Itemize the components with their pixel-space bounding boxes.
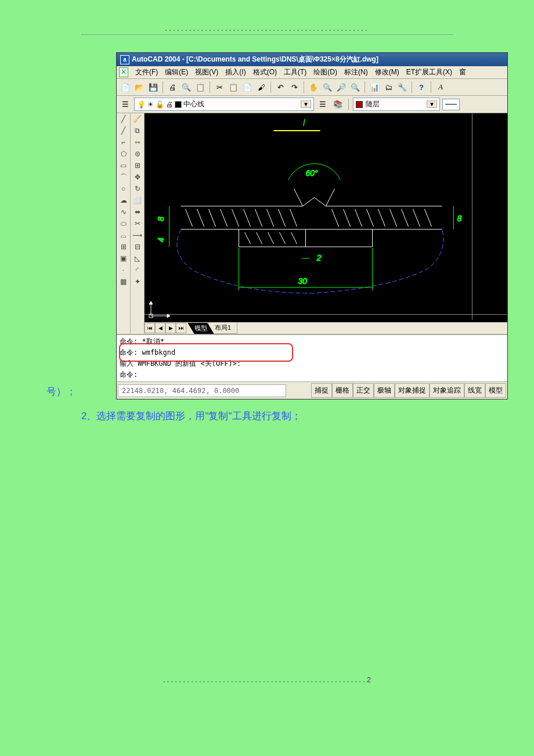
- lwt-button[interactable]: 线宽: [464, 383, 485, 398]
- polygon-icon[interactable]: ⬠: [117, 148, 130, 160]
- otrack-button[interactable]: 对象追踪: [430, 383, 464, 398]
- mirror-icon[interactable]: ⇿: [131, 136, 144, 148]
- match-icon[interactable]: 🖌: [255, 81, 268, 93]
- rectangle-icon[interactable]: ▭: [117, 160, 130, 171]
- crosshair-horizontal: [145, 314, 507, 315]
- osnap-button[interactable]: 对象捕捉: [395, 383, 430, 398]
- svg-text:8: 8: [457, 214, 462, 223]
- layer-manager-icon[interactable]: ☰: [119, 98, 132, 111]
- ellipse-arc-icon[interactable]: ⌓: [117, 229, 130, 241]
- svg-line-10: [255, 209, 262, 226]
- snap-button[interactable]: 捕捉: [311, 383, 332, 398]
- erase-icon[interactable]: 🧹: [131, 113, 144, 125]
- new-icon[interactable]: 📄: [119, 81, 132, 93]
- zoom-win-icon[interactable]: 🔎: [335, 81, 348, 93]
- svg-text:30: 30: [298, 276, 308, 286]
- command-window[interactable]: 命令: *取消* 命令: wmfbkgnd 输入 WMFBKGND 的新值 <关…: [117, 334, 507, 381]
- model-button[interactable]: 模型: [485, 383, 506, 398]
- break-icon[interactable]: ⊟: [131, 241, 144, 253]
- menu-draw[interactable]: 绘图(D): [313, 67, 337, 77]
- array-icon[interactable]: ⊞: [131, 160, 144, 171]
- window-title-bar: a AutoCAD 2004 - [C:\Documents and Setti…: [117, 53, 507, 66]
- paste-icon[interactable]: 📄: [241, 81, 254, 93]
- layer-prev-icon[interactable]: ☰: [316, 98, 329, 111]
- tool-palette-icon[interactable]: 🔧: [396, 81, 409, 93]
- menu-file[interactable]: 文件(F): [135, 67, 158, 77]
- tab-prev-icon[interactable]: ◀: [155, 323, 165, 333]
- text-fragment-before: 号）；: [46, 385, 76, 398]
- svg-line-26: [280, 232, 286, 244]
- print-icon[interactable]: 🖨: [166, 81, 179, 93]
- menu-tools[interactable]: 工具(T): [284, 67, 306, 77]
- ellipse-icon[interactable]: ⬭: [117, 218, 130, 229]
- xline-icon[interactable]: ╱: [117, 125, 130, 136]
- tab-next-icon[interactable]: ▶: [165, 323, 176, 333]
- draw-toolbar: ╱ ╱ ⌐ ⬠ ▭ ⌒ ○ ☁ ∿ ⬭ ⌓ ⊞ ▣: [117, 113, 131, 334]
- menu-format[interactable]: 格式(O): [253, 67, 277, 77]
- menu-dim[interactable]: 标注(N): [344, 67, 368, 77]
- menu-bar[interactable]: ✕ 文件(F) 编辑(E) 视图(V) 插入(I) 格式(O) 工具(T) 绘图…: [117, 66, 507, 79]
- menu-et-ext[interactable]: ET扩展工具(X): [406, 67, 452, 77]
- menu-edit[interactable]: 编辑(E): [165, 67, 188, 77]
- cmd-line-4: 命令:: [118, 369, 506, 380]
- properties-icon[interactable]: 📊: [368, 81, 381, 93]
- stretch-icon[interactable]: ⬌: [131, 206, 144, 218]
- copy-icon[interactable]: 📋: [227, 81, 240, 93]
- tab-last-icon[interactable]: ⏭: [176, 323, 186, 333]
- text-style-icon[interactable]: A: [434, 81, 447, 93]
- menu-insert[interactable]: 插入(I): [225, 67, 246, 77]
- grid-button[interactable]: 栅格: [332, 383, 353, 398]
- help-icon[interactable]: ?: [415, 81, 428, 93]
- insert-icon[interactable]: ⊞: [117, 241, 130, 253]
- cmd-line-2: 命令: wmfbkgnd: [118, 347, 506, 358]
- chamfer-icon[interactable]: ◺: [131, 253, 144, 264]
- preview-icon[interactable]: 🔍: [180, 81, 193, 93]
- app-icon: a: [120, 55, 129, 64]
- cut-icon[interactable]: ✂: [213, 81, 226, 93]
- block-icon[interactable]: ▣: [117, 253, 130, 264]
- explode-icon[interactable]: ✦: [131, 276, 144, 287]
- rotate-icon[interactable]: ↻: [131, 183, 144, 195]
- scale-icon[interactable]: ⬜: [131, 195, 144, 206]
- menu-window[interactable]: 窗: [459, 67, 466, 77]
- polar-button[interactable]: 极轴: [374, 383, 395, 398]
- svg-line-23: [245, 232, 251, 244]
- layout-tabs: ⏮ ◀ ▶ ⏭ 模型 布局1: [145, 322, 507, 334]
- pan-icon[interactable]: ✋: [307, 81, 320, 93]
- copy-obj-icon[interactable]: ⧉: [131, 125, 144, 136]
- zoom-prev-icon[interactable]: 🔍: [349, 81, 362, 93]
- arc-icon[interactable]: ⌒: [117, 171, 130, 183]
- spline-icon[interactable]: ∿: [117, 206, 130, 218]
- offset-icon[interactable]: ⊜: [131, 148, 144, 160]
- publish-icon[interactable]: 📋: [194, 81, 207, 93]
- ortho-button[interactable]: 正交: [353, 383, 374, 398]
- design-center-icon[interactable]: 🗂: [382, 81, 395, 93]
- ucs-icon: [148, 301, 171, 320]
- pline-icon[interactable]: ⌐: [117, 136, 130, 148]
- undo-icon[interactable]: ↶: [274, 81, 287, 93]
- zoom-rt-icon[interactable]: 🔍: [321, 81, 334, 93]
- line-icon[interactable]: ╱: [117, 113, 130, 125]
- layer-states-icon[interactable]: 📚: [331, 98, 344, 111]
- fillet-icon[interactable]: ◜: [131, 264, 144, 276]
- menu-modify[interactable]: 修改(M): [375, 67, 399, 77]
- open-icon[interactable]: 📂: [133, 81, 146, 93]
- layer-dropdown[interactable]: 💡 ☀ 🔓 🖨 中心线 ▼: [134, 98, 314, 111]
- trim-icon[interactable]: ✂: [131, 218, 144, 229]
- linetype-dropdown[interactable]: [442, 99, 460, 110]
- redo-icon[interactable]: ↷: [288, 81, 301, 93]
- tab-first-icon[interactable]: ⏮: [145, 323, 155, 333]
- color-dropdown[interactable]: 随层 ▼: [353, 98, 440, 111]
- color-swatch: [356, 101, 363, 108]
- hatch-icon[interactable]: ▦: [117, 276, 130, 287]
- save-icon[interactable]: 💾: [147, 81, 160, 93]
- revcloud-icon[interactable]: ☁: [117, 195, 130, 206]
- point-icon[interactable]: ·: [117, 264, 130, 276]
- drawing-canvas[interactable]: I: [145, 113, 507, 334]
- extend-icon[interactable]: ⟶: [131, 229, 144, 241]
- ref-label: I: [303, 118, 306, 128]
- move-icon[interactable]: ✥: [131, 171, 144, 183]
- menu-view[interactable]: 视图(V): [195, 67, 218, 77]
- circle-icon[interactable]: ○: [117, 183, 130, 195]
- svg-text:4: 4: [156, 237, 165, 242]
